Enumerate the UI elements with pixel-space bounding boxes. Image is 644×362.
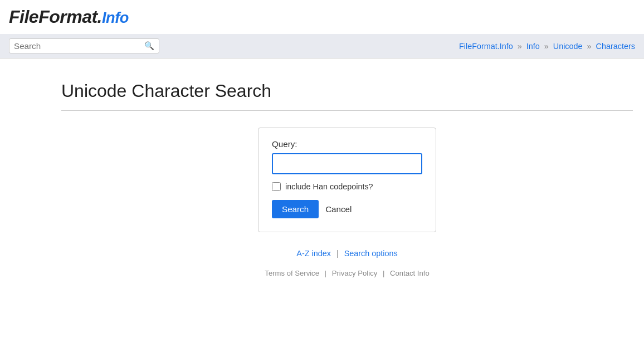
search-input[interactable] (14, 41, 142, 51)
han-checkbox[interactable] (272, 182, 281, 191)
logo-text-info: Info (102, 9, 129, 26)
footer-pipe-2: | (383, 269, 387, 277)
az-index-link[interactable]: A-Z index (296, 249, 331, 258)
cancel-button[interactable]: Cancel (323, 200, 354, 218)
form-links: A-Z index | Search options (61, 249, 633, 258)
logo-text-main: FileFormat. (9, 7, 102, 27)
breadcrumb-info[interactable]: Info (526, 42, 540, 51)
search-icon: 🔍 (144, 41, 154, 51)
page-title: Unicode Character Search (61, 81, 633, 101)
footer-pipe-1: | (325, 269, 329, 277)
breadcrumb-sep-2: » (544, 42, 549, 51)
han-checkbox-label[interactable]: include Han codepoints? (285, 182, 373, 191)
nav-bar: 🔍 FileFormat.Info » Info » Unicode » Cha… (0, 34, 644, 58)
breadcrumb-characters[interactable]: Characters (596, 42, 635, 51)
privacy-link[interactable]: Privacy Policy (332, 269, 378, 277)
query-input[interactable] (272, 153, 422, 174)
terms-link[interactable]: Terms of Service (265, 269, 319, 277)
search-form-box: Query: include Han codepoints? Search Ca… (258, 128, 436, 232)
search-button[interactable]: Search (272, 200, 319, 218)
breadcrumb-sep-1: » (518, 42, 522, 51)
logo-bar: FileFormat.Info (0, 0, 644, 34)
checkbox-row: include Han codepoints? (272, 182, 422, 191)
breadcrumb: FileFormat.Info » Info » Unicode » Chara… (459, 42, 635, 51)
site-logo[interactable]: FileFormat.Info (9, 7, 129, 27)
title-divider (61, 110, 633, 111)
breadcrumb-sep-3: » (587, 42, 592, 51)
search-form-wrapper: Query: include Han codepoints? Search Ca… (61, 128, 633, 232)
breadcrumb-unicode[interactable]: Unicode (553, 42, 583, 51)
main-content: Unicode Character Search Query: include … (0, 58, 644, 288)
query-label: Query: (272, 139, 422, 149)
contact-link[interactable]: Contact Info (390, 269, 430, 277)
button-row: Search Cancel (272, 200, 422, 218)
search-options-link[interactable]: Search options (344, 249, 398, 258)
footer-links: Terms of Service | Privacy Policy | Cont… (61, 269, 633, 277)
pipe-separator: | (336, 249, 341, 258)
nav-search-box[interactable]: 🔍 (9, 38, 159, 53)
breadcrumb-fileformat[interactable]: FileFormat.Info (459, 42, 513, 51)
